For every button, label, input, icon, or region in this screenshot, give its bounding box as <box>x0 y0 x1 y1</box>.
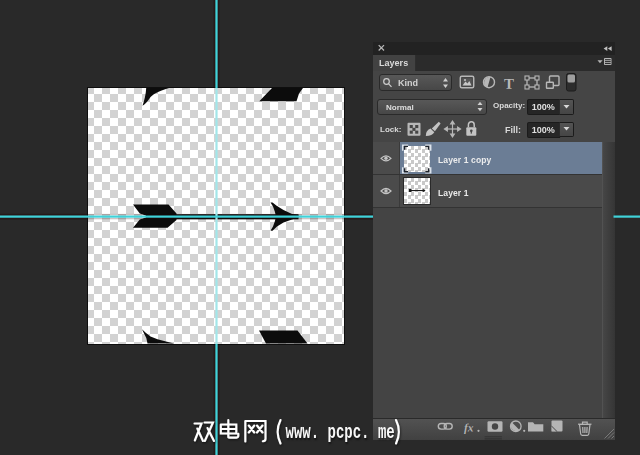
svg-text:T: T <box>504 76 514 92</box>
svg-text:fx: fx <box>464 421 474 434</box>
